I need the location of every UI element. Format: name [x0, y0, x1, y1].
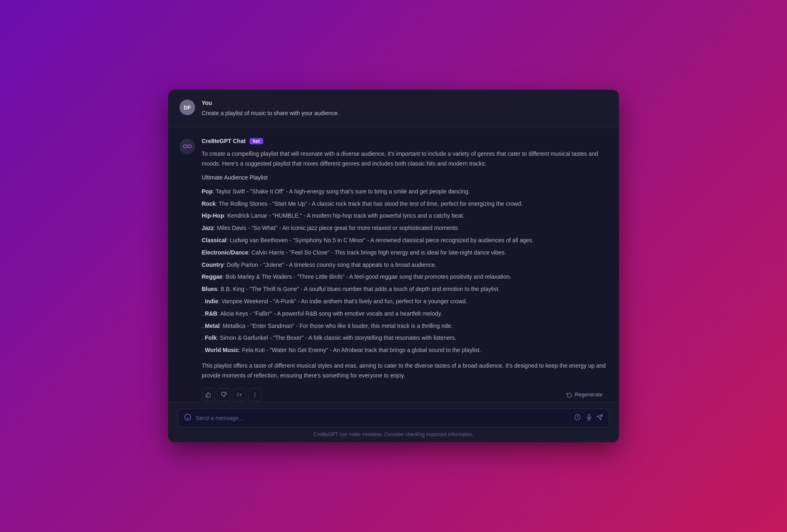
list-item: . Indie: Vampire Weekend - "A-Punk" - An… — [202, 297, 607, 307]
playlist-title: Ultimate Audience Playlist — [202, 173, 607, 183]
genre-label: Metal — [205, 323, 220, 329]
svg-point-1 — [255, 393, 255, 393]
bot-intro: To create a compelling playlist that wil… — [202, 149, 607, 169]
list-item: . Folk: Simon & Garfunkel - "The Boxer" … — [202, 333, 607, 343]
bot-message: Cre8teGPT Chat bot To create a compellin… — [168, 128, 619, 402]
emoji-icon — [184, 414, 191, 423]
svg-point-3 — [255, 396, 255, 396]
more-button[interactable] — [248, 388, 262, 401]
genre-label: Folk — [205, 334, 217, 341]
input-right-icons — [573, 413, 603, 423]
user-label: You — [202, 100, 607, 106]
list-item: Hip-Hop: Kendrick Lamar - "HUMBLE." - A … — [202, 211, 607, 221]
bot-text: To create a compelling playlist that wil… — [202, 149, 607, 380]
message-input[interactable] — [196, 415, 569, 421]
regenerate-button[interactable]: Regenerate — [562, 389, 607, 400]
bot-name: Cre8teGPT Chat — [202, 138, 246, 144]
genre-label: Indie — [205, 298, 218, 305]
list-item: Rock: The Rolling Stones - "Start Me Up"… — [202, 199, 607, 209]
user-text: Create a playlist of music to share with… — [202, 109, 607, 118]
genre-label: Hip-Hop — [202, 212, 224, 219]
list-item: Pop: Taylor Swift - "Shake It Off" - A h… — [202, 187, 607, 197]
avatar: DF — [180, 100, 195, 115]
bot-message-content: Cre8teGPT Chat bot To create a compellin… — [202, 138, 607, 401]
list-item: Jazz: Miles Davis - "So What" - An iconi… — [202, 223, 607, 233]
genre-label: Pop — [202, 188, 212, 195]
list-item: Blues: B.B. King - "The Thrill Is Gone" … — [202, 284, 607, 294]
send-button[interactable] — [596, 414, 603, 422]
genre-label: Electronic/Dance — [202, 249, 248, 256]
svg-point-4 — [185, 414, 191, 420]
list-item: Reggae: Bob Marley & The Wailers - "Thre… — [202, 272, 607, 282]
genre-label: World Music — [205, 347, 239, 353]
chat-input-area: Cre8teGPT can make mistakes. Consider ch… — [168, 402, 619, 442]
chat-input-wrapper — [178, 409, 609, 427]
genre-label: Rock — [202, 200, 216, 207]
genre-label: Reggae — [202, 273, 223, 280]
chat-messages: DF You Create a playlist of music to sha… — [168, 90, 619, 402]
list-item: . R&B: Alicia Keys - "Fallin'" - A power… — [202, 309, 607, 319]
disclaimer: Cre8teGPT can make mistakes. Consider ch… — [178, 432, 609, 437]
track-list: Pop: Taylor Swift - "Shake It Off" - A h… — [202, 187, 607, 355]
bot-badge: bot — [250, 138, 263, 144]
bot-avatar — [180, 139, 195, 154]
mic-button[interactable] — [585, 413, 593, 423]
clock-button[interactable] — [573, 413, 582, 423]
svg-point-2 — [255, 394, 255, 395]
regenerate-label: Regenerate — [575, 391, 603, 398]
bot-footer-text: This playlist offers a taste of differen… — [202, 361, 607, 381]
bot-header: Cre8teGPT Chat bot — [202, 138, 607, 144]
dislike-button[interactable] — [217, 388, 230, 401]
list-item: Classical: Ludwig van Beethoven - "Symph… — [202, 236, 607, 246]
genre-label: Jazz — [202, 225, 214, 231]
user-message: DF You Create a playlist of music to sha… — [168, 90, 619, 128]
chat-window: DF You Create a playlist of music to sha… — [168, 90, 619, 442]
action-buttons-left — [202, 388, 262, 401]
genre-label: R&B — [205, 310, 217, 317]
user-message-content: You Create a playlist of music to share … — [202, 100, 607, 118]
genre-label: Blues — [202, 286, 217, 292]
list-item: Country: Dolly Parton - "Jolene" - A tim… — [202, 260, 607, 270]
share-button[interactable] — [233, 388, 246, 401]
like-button[interactable] — [202, 388, 215, 401]
message-actions: Regenerate — [202, 388, 607, 401]
list-item: . World Music: Fela Kuti - "Water No Get… — [202, 346, 607, 355]
genre-label: Country — [202, 261, 224, 268]
list-item: Electronic/Dance: Calvin Harris - "Feel … — [202, 248, 607, 258]
list-item: . Metal: Metallica - "Enter Sandman" - F… — [202, 321, 607, 331]
genre-label: Classical — [202, 237, 227, 243]
